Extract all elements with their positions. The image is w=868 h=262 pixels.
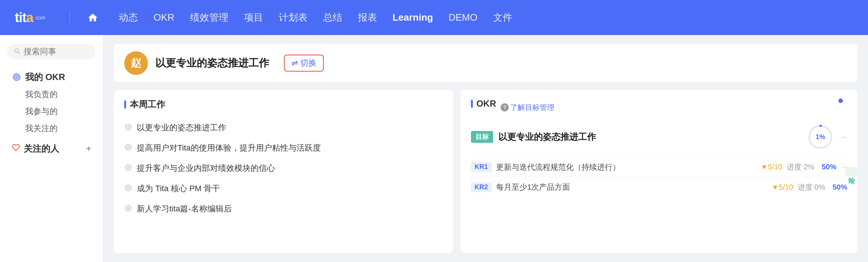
kr2-progress-pct: 50% xyxy=(833,183,847,192)
nav-okr[interactable]: OKR xyxy=(147,9,181,26)
work-item-text-3: 成为 Tita 核心 PM 骨干 xyxy=(137,182,220,194)
kr1-progress-pct: 50% xyxy=(822,163,837,171)
logo-text: tita xyxy=(15,10,33,25)
nav-home[interactable] xyxy=(87,12,99,24)
nav-dongtai[interactable]: 动态 xyxy=(112,8,145,27)
target-icon-4 xyxy=(124,203,132,216)
search-icon xyxy=(13,47,21,56)
heart-icon xyxy=(12,144,20,154)
kr-row-1: KR2 每月至少1次产品方面 ♥ 5/10 进度 0% 50% xyxy=(471,177,847,197)
logo-com: .com xyxy=(34,15,45,21)
kr2-text: 每月至少1次产品方面 xyxy=(496,182,769,192)
okr-icon xyxy=(12,72,21,82)
search-input[interactable] xyxy=(24,47,90,56)
work-item-text-4: 新人学习tita篇-名称编辑后 xyxy=(137,203,232,215)
user-title: 以更专业的姿态推进工作 xyxy=(155,56,269,70)
work-item-text-1: 提高用户对Tita的使用体验，提升用户粘性与活跃度 xyxy=(137,142,321,154)
kr-row-0: KR1 更新与迭代流程规范化（持续进行） ♥ 5/10 进度 2% 50% -- xyxy=(471,157,847,177)
target-icon-3 xyxy=(124,183,132,195)
logo-o: a xyxy=(26,10,33,25)
svg-point-11 xyxy=(128,167,129,168)
okr-dot xyxy=(838,99,843,103)
svg-point-2 xyxy=(16,76,17,78)
target-icon-1 xyxy=(124,142,132,155)
nav-baobiao[interactable]: 报表 xyxy=(351,8,384,27)
okr-help-link[interactable]: ? 了解目标管理 xyxy=(501,103,555,113)
goal-percent: 1% xyxy=(816,133,825,141)
logo: tita .com xyxy=(15,10,45,25)
main-nav: 动态 OKR 绩效管理 项目 计划表 总结 报表 Learning DEMO 文… xyxy=(112,8,519,27)
okr-help-text: 了解目标管理 xyxy=(510,103,555,113)
main-layout: 我的 OKR 我负责的 我参与的 我关注的 关注的人 + 赵 以更专业的姿态推进… xyxy=(0,35,868,262)
nav-demo[interactable]: DEMO xyxy=(442,9,484,26)
switch-button[interactable]: ⇌ 切换 xyxy=(284,55,324,72)
target-icon-2 xyxy=(124,163,132,175)
work-section-title: 本周工作 xyxy=(124,99,443,110)
work-item-2: 提升客户与企业内部对绩效模块的信心 xyxy=(124,158,443,179)
edge-tab[interactable]: 绘绘 xyxy=(845,167,858,176)
okr-goal-row: 目标 以更专业的姿态推进工作 1% -- xyxy=(471,124,847,150)
my-okr-label: 我的 OKR xyxy=(25,71,65,83)
sidebar-following[interactable]: 我关注的 xyxy=(7,120,96,137)
work-item-3: 成为 Tita 核心 PM 骨干 xyxy=(124,179,443,199)
svg-point-5 xyxy=(128,126,129,128)
my-okr-section: 我的 OKR 我负责的 我参与的 我关注的 xyxy=(7,68,96,137)
svg-point-14 xyxy=(128,187,129,189)
follow-section: 关注的人 + xyxy=(7,140,96,158)
nav-zongjie[interactable]: 总结 xyxy=(316,8,349,27)
follow-label: 关注的人 xyxy=(24,143,59,155)
nav-learning[interactable]: Learning xyxy=(386,9,440,26)
svg-point-8 xyxy=(128,146,129,148)
work-item-text-0: 以更专业的姿态推进工作 xyxy=(137,121,226,134)
work-item-4: 新人学习tita篇-名称编辑后 xyxy=(124,199,443,219)
heart-icon-kr1: ♥ xyxy=(762,163,766,171)
nav-xiangmu[interactable]: 项目 xyxy=(237,8,270,27)
user-header: 赵 以更专业的姿态推进工作 ⇌ 切换 xyxy=(114,44,858,82)
goal-tag: 目标 xyxy=(471,131,493,143)
add-follow-button[interactable]: + xyxy=(86,144,91,154)
kr1-progress-label: 进度 2% xyxy=(787,162,814,172)
okr-card: OKR ? 了解目标管理 目标 以更专业的姿态推进工作 xyxy=(461,90,858,253)
kr1-score: ♥ 5/10 xyxy=(762,163,782,171)
help-icon: ? xyxy=(501,103,509,111)
work-item-1: 提高用户对Tita的使用体验，提升用户粘性与活跃度 xyxy=(124,138,443,158)
header: tita .com 动态 OKR 绩效管理 项目 计划表 总结 报表 Learn… xyxy=(0,0,868,35)
nav-wenjian[interactable]: 文件 xyxy=(486,8,519,27)
heart-icon-kr2: ♥ xyxy=(773,183,777,192)
okr-section-title: OKR xyxy=(471,99,496,109)
kr2-badge: KR2 xyxy=(471,182,492,192)
okr-header: OKR ? 了解目标管理 xyxy=(471,99,847,116)
goal-progress-ring: 1% xyxy=(807,124,834,150)
work-item-0: 以更专业的姿态推进工作 xyxy=(124,118,443,138)
work-item-text-2: 提升客户与企业内部对绩效模块的信心 xyxy=(137,162,275,174)
nav-jihuabiao[interactable]: 计划表 xyxy=(272,8,314,27)
goal-text: 以更专业的姿态推进工作 xyxy=(498,131,802,143)
sidebar-participated[interactable]: 我参与的 xyxy=(7,103,96,120)
nav-divider xyxy=(69,11,70,25)
cards-row: 本周工作 以更专业的姿态推进工作 提高用户对Tita的使用体验，提升用户粘性与活… xyxy=(114,90,858,253)
avatar: 赵 xyxy=(124,51,148,75)
target-icon-0 xyxy=(124,122,132,134)
kr1-badge: KR1 xyxy=(471,162,492,172)
nav-jixiao[interactable]: 绩效管理 xyxy=(183,8,235,27)
svg-point-17 xyxy=(128,207,129,209)
kr1-text: 更新与迭代流程规范化（持续进行） xyxy=(496,162,758,172)
goal-dash: -- xyxy=(842,132,847,142)
kr2-score: ♥ 5/10 xyxy=(773,183,793,192)
kr2-progress-label: 进度 0% xyxy=(798,182,825,192)
search-box[interactable] xyxy=(7,44,96,59)
work-card: 本周工作 以更专业的姿态推进工作 提高用户对Tita的使用体验，提升用户粘性与活… xyxy=(114,90,453,253)
content-area: 赵 以更专业的姿态推进工作 ⇌ 切换 本周工作 以更专业的姿态推进工作 xyxy=(104,35,868,262)
sidebar-responsible[interactable]: 我负责的 xyxy=(7,86,96,103)
sidebar: 我的 OKR 我负责的 我参与的 我关注的 关注的人 + xyxy=(0,35,104,262)
my-okr-title[interactable]: 我的 OKR xyxy=(7,68,96,86)
